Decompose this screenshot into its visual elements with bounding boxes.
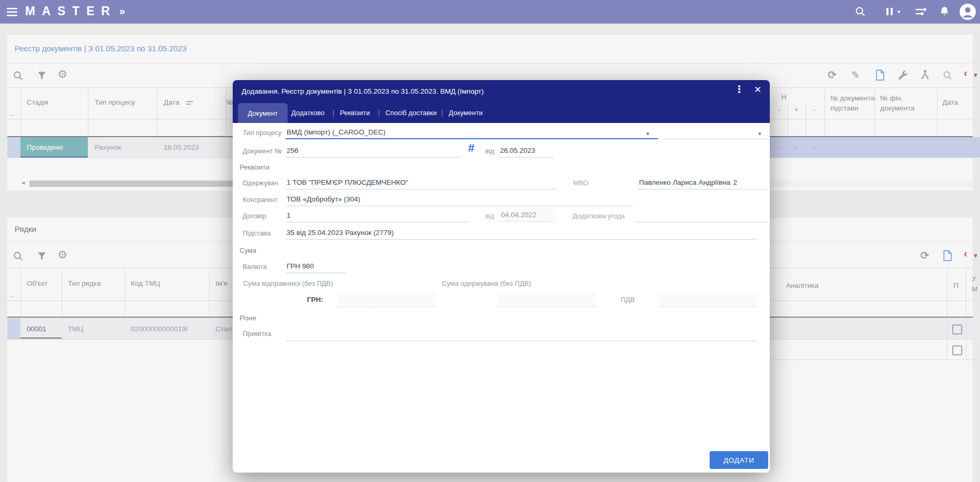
- rows-header-p[interactable]: П: [953, 281, 959, 290]
- vat-input[interactable]: [659, 292, 757, 307]
- row-marker-cell[interactable]: [7, 137, 20, 158]
- rows-header-name[interactable]: Ім'я: [215, 279, 227, 288]
- divider: [947, 268, 948, 360]
- rows-row-marker-cell[interactable]: [7, 318, 20, 339]
- rows-header-ellipsis[interactable]: ...: [9, 290, 15, 300]
- add-button[interactable]: ДОДАТИ: [710, 451, 768, 469]
- divider: [806, 103, 806, 136]
- rows-search-icon[interactable]: [13, 251, 24, 262]
- sort-icon[interactable]: [186, 100, 195, 106]
- scrollbar-left-arrow[interactable]: ◂: [21, 178, 25, 186]
- chevron-left-icon[interactable]: ‹: [964, 68, 967, 77]
- refresh-icon[interactable]: ⟳: [828, 69, 837, 81]
- addendum-label: Додаткова угода: [573, 211, 625, 221]
- divider: [788, 103, 788, 136]
- rows-header-clipped-bottom[interactable]: М: [972, 285, 977, 294]
- tab-delivery-method[interactable]: Спосіб доставки: [385, 108, 437, 118]
- gear-icon[interactable]: ⚙: [58, 68, 67, 81]
- note-input-underline[interactable]: [286, 341, 757, 341]
- h-value-1: -: [778, 143, 780, 152]
- addendum-underline[interactable]: [634, 222, 768, 222]
- receiver-value[interactable]: 1 ТОВ "ПРЕМ'ЄР ПЛЮСДЕМЧЕНКО": [287, 178, 408, 187]
- column-header-stage[interactable]: Стадія: [27, 98, 48, 107]
- app-bar: MASTER » ▾: [0, 0, 980, 24]
- tab-additional[interactable]: Додатково: [291, 108, 324, 118]
- rows-filter-icon[interactable]: [37, 251, 47, 261]
- grn-label: ГРН:: [287, 295, 323, 305]
- contractor-underline: [286, 206, 633, 206]
- rows-header-clipped-top[interactable]: У: [972, 274, 976, 284]
- rows-chevron-left-icon[interactable]: ‹: [964, 249, 967, 258]
- rows-gear-icon[interactable]: ⚙: [58, 249, 67, 261]
- pause-icon[interactable]: [886, 7, 893, 16]
- currency-value[interactable]: ГРН 980: [287, 262, 314, 271]
- rows-chevron-partial-icon[interactable]: ▾: [974, 251, 977, 260]
- rows-new-document-icon[interactable]: [943, 250, 952, 262]
- grid-search-icon[interactable]: [942, 70, 953, 81]
- mvo-value[interactable]: Павленко Лариса Андріївна: [639, 178, 730, 187]
- rows-header-tmc[interactable]: Код ТМЦ: [131, 279, 160, 288]
- basis-label: Підстава: [243, 229, 270, 238]
- numbering-hash-icon[interactable]: #: [468, 143, 474, 153]
- row2-checkbox[interactable]: [952, 345, 962, 355]
- basis-value[interactable]: 35 від 25.04.2023 Рахунок (2779): [287, 228, 394, 238]
- column-header-h[interactable]: Н: [781, 93, 787, 102]
- contract-value[interactable]: 1: [287, 211, 291, 220]
- add-button-label: ДОДАТИ: [723, 456, 754, 464]
- rows-header-rowtype[interactable]: Тип рядка: [68, 279, 101, 288]
- wrench-icon[interactable]: [897, 70, 908, 81]
- rows-header-object[interactable]: Об'єкт: [27, 279, 48, 288]
- column-header-h-minus1[interactable]: -: [778, 105, 780, 115]
- pause-caret-icon[interactable]: ▾: [897, 7, 901, 16]
- receiver-sum-input[interactable]: [498, 292, 596, 307]
- rows-header-analytics[interactable]: Аналітика: [786, 281, 818, 290]
- hamburger-menu-icon[interactable]: [6, 7, 19, 17]
- column-header-h-minus2[interactable]: -: [813, 105, 816, 115]
- rowtype-value: ТМЦ: [68, 324, 83, 334]
- close-icon[interactable]: ✕: [754, 85, 761, 95]
- doc-number-value[interactable]: 256: [287, 146, 299, 155]
- mvo-code-value[interactable]: 2: [733, 178, 737, 187]
- bell-icon[interactable]: [939, 5, 950, 18]
- doc-number-label: Документ №: [243, 147, 282, 156]
- chevron-partial-icon[interactable]: ▾: [974, 70, 977, 80]
- filter-icon[interactable]: [37, 70, 47, 81]
- tab-separator: [442, 109, 442, 117]
- process-type-dropdown-icon[interactable]: ▾: [646, 129, 649, 138]
- tune-icon[interactable]: [915, 7, 927, 17]
- tab-document[interactable]: Документ: [238, 103, 288, 123]
- contract-date-value: 04.04.2022: [501, 211, 537, 219]
- row1-checkbox[interactable]: [952, 324, 962, 334]
- avatar-icon[interactable]: [959, 3, 976, 20]
- tab-documents[interactable]: Документи: [449, 108, 483, 118]
- divider: [209, 268, 210, 317]
- column-header-date[interactable]: Дата: [164, 98, 179, 107]
- edit-icon[interactable]: ✎: [851, 69, 860, 81]
- new-document-icon[interactable]: [875, 70, 885, 81]
- tab-requisites[interactable]: Реквізити: [340, 108, 370, 118]
- column-header-ellipsis[interactable]: ...: [9, 109, 15, 118]
- contractor-value[interactable]: ТОВ «Добробут» (304): [287, 195, 360, 204]
- column-header-doc-base[interactable]: № документа-підстави: [830, 93, 883, 113]
- column-header-fin-doc[interactable]: № фін. документа: [880, 93, 928, 113]
- contract-vid-label: від: [485, 211, 494, 221]
- rows-row-left-cells[interactable]: [20, 318, 233, 339]
- h-value-3: -: [813, 143, 816, 152]
- rows-refresh-icon[interactable]: ⟳: [920, 249, 929, 262]
- branch-icon[interactable]: [920, 69, 930, 80]
- rows-row-right-cells[interactable]: [770, 318, 980, 339]
- doc-date-value[interactable]: 26.05.2023: [500, 146, 535, 155]
- row-right-cells[interactable]: [770, 137, 980, 158]
- contract-date-field[interactable]: 04.04.2022: [497, 208, 555, 222]
- table-search-icon[interactable]: [13, 70, 24, 81]
- sender-sum-input[interactable]: [337, 292, 436, 307]
- column-header-date2[interactable]: Дата: [942, 98, 958, 107]
- brand-arrows: »: [119, 5, 125, 17]
- kebab-menu-icon[interactable]: ⋮: [734, 85, 744, 94]
- column-header-h-plus[interactable]: +: [794, 105, 799, 115]
- secondary-combo-dropdown-icon[interactable]: ▾: [758, 129, 761, 138]
- process-type-value[interactable]: ВМД (Імпорт) (_CARGO_DEC): [287, 128, 385, 137]
- column-header-process[interactable]: Тип процесу: [95, 98, 135, 107]
- search-icon[interactable]: [854, 6, 866, 17]
- basis-underline: [286, 239, 757, 240]
